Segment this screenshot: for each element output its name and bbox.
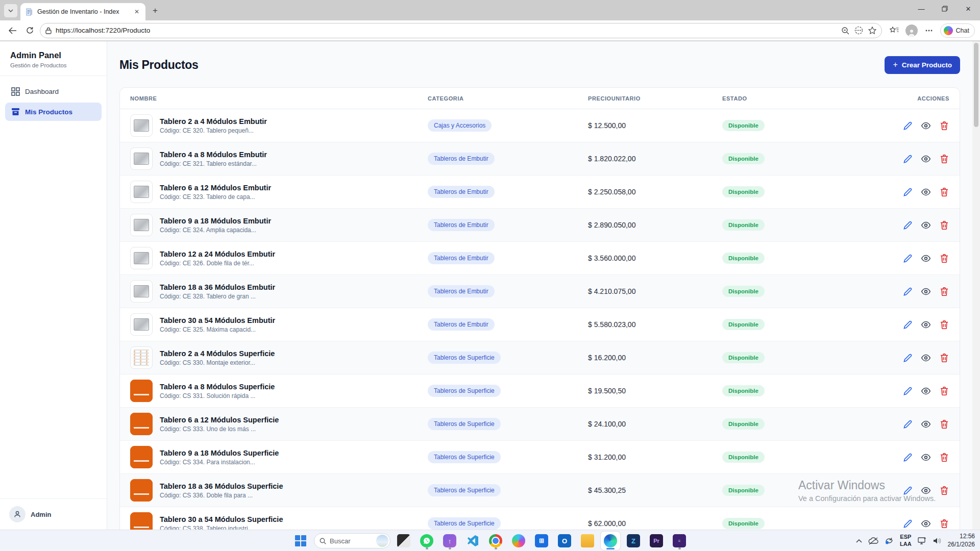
column-header-acciones: ACCIONES: [880, 95, 949, 102]
taskbar-item-whatsapp[interactable]: [417, 532, 436, 550]
scrollbar-thumb[interactable]: [974, 43, 978, 127]
table-row[interactable]: Tablero 2 a 4 Módulos Superficie Código:…: [120, 341, 960, 374]
task-view-button[interactable]: [394, 532, 413, 550]
create-product-button[interactable]: + Crear Producto: [885, 56, 960, 74]
edit-button[interactable]: [902, 485, 913, 495]
edit-button[interactable]: [902, 286, 913, 296]
taskbar-item-store[interactable]: ⊞: [532, 532, 551, 550]
language-indicator[interactable]: ESP LAA: [900, 534, 912, 548]
browser-tab-active[interactable]: Gestión de Inventario - Index ✕: [20, 3, 145, 20]
taskbar-item-purple-app[interactable]: ≡: [670, 532, 689, 550]
refresh-button[interactable]: [22, 23, 37, 38]
new-tab-button[interactable]: +: [149, 4, 162, 17]
view-button[interactable]: [921, 154, 931, 164]
table-row[interactable]: Tablero 9 a 18 Módulos Embutir Código: C…: [120, 209, 960, 242]
delete-button[interactable]: [939, 319, 949, 330]
edit-button[interactable]: [902, 253, 913, 263]
delete-button[interactable]: [939, 386, 949, 396]
delete-button[interactable]: [939, 419, 949, 429]
edit-button[interactable]: [902, 154, 913, 164]
window-close-button[interactable]: ✕: [957, 0, 980, 17]
volume-icon[interactable]: [933, 537, 942, 544]
edit-button[interactable]: [902, 120, 913, 131]
view-button[interactable]: [921, 253, 931, 263]
taskbar-item-chrome[interactable]: [486, 532, 505, 550]
view-button[interactable]: [921, 518, 931, 529]
taskbar-clock[interactable]: 12:56 26/1/2026: [948, 533, 975, 548]
table-row[interactable]: Tablero 4 a 8 Módulos Embutir Código: CE…: [120, 142, 960, 176]
edit-button[interactable]: [902, 220, 913, 230]
page-scrollbar[interactable]: [972, 41, 980, 530]
edit-button[interactable]: [902, 319, 913, 330]
delete-button[interactable]: [939, 154, 949, 164]
table-row[interactable]: Tablero 30 a 54 Módulos Embutir Código: …: [120, 308, 960, 341]
taskbar-item-loop[interactable]: ↑: [440, 532, 459, 550]
table-row[interactable]: Tablero 30 a 54 Módulos Superficie Códig…: [120, 507, 960, 530]
table-row[interactable]: Tablero 12 a 24 Módulos Embutir Código: …: [120, 242, 960, 275]
view-button[interactable]: [921, 286, 931, 296]
sidebar-item-mis-productos[interactable]: Mis Productos: [5, 103, 102, 121]
zoom-out-icon[interactable]: [841, 27, 849, 35]
view-button[interactable]: [921, 319, 931, 330]
table-row[interactable]: Tablero 6 a 12 Módulos Superficie Código…: [120, 408, 960, 441]
delete-button[interactable]: [939, 518, 949, 529]
edit-button[interactable]: [902, 386, 913, 396]
view-button[interactable]: [921, 120, 931, 131]
window-restore-button[interactable]: [933, 0, 957, 17]
delete-button[interactable]: [939, 286, 949, 296]
delete-button[interactable]: [939, 253, 949, 263]
copilot-chat-button[interactable]: Chat: [940, 23, 975, 38]
sync-icon[interactable]: [885, 537, 894, 545]
extensions-icon[interactable]: [854, 26, 863, 35]
network-icon[interactable]: [918, 537, 927, 545]
product-name: Tablero 6 a 12 Módulos Embutir: [160, 184, 271, 192]
address-bar[interactable]: https://localhost:7220/Producto: [40, 23, 882, 38]
table-row[interactable]: Tablero 9 a 18 Módulos Superficie Código…: [120, 441, 960, 474]
view-button[interactable]: [921, 485, 931, 495]
taskbar-item-stream[interactable]: Z: [624, 532, 643, 550]
profile-avatar[interactable]: [905, 24, 918, 37]
table-row[interactable]: Tablero 2 a 4 Módulos Embutir Código: CE…: [120, 109, 960, 142]
browser-menu-button[interactable]: [922, 23, 936, 38]
start-button[interactable]: [291, 532, 310, 550]
delete-button[interactable]: [939, 220, 949, 230]
edit-button[interactable]: [902, 353, 913, 363]
back-button[interactable]: [5, 23, 19, 38]
delete-button[interactable]: [939, 485, 949, 495]
view-button[interactable]: [921, 187, 931, 197]
delete-button[interactable]: [939, 353, 949, 363]
table-row[interactable]: Tablero 18 a 36 Módulos Superficie Códig…: [120, 474, 960, 507]
tray-chevron-up-icon[interactable]: [856, 539, 862, 543]
tab-search-button[interactable]: [4, 4, 17, 17]
delete-button[interactable]: [939, 120, 949, 131]
table-row[interactable]: Tablero 18 a 36 Módulos Embutir Código: …: [120, 275, 960, 308]
view-button[interactable]: [921, 353, 931, 363]
category-badge: Tableros de Embutir: [428, 252, 495, 264]
taskbar-item-explorer[interactable]: [578, 532, 597, 550]
view-button[interactable]: [921, 386, 931, 396]
delete-button[interactable]: [939, 452, 949, 462]
table-row[interactable]: Tablero 4 a 8 Módulos Superficie Código:…: [120, 374, 960, 408]
delete-button[interactable]: [939, 187, 949, 197]
taskbar-item-premiere[interactable]: Pr: [647, 532, 666, 550]
taskbar-item-outlook[interactable]: O: [555, 532, 574, 550]
sidebar-item-dashboard[interactable]: Dashboard: [5, 82, 102, 101]
taskbar-search[interactable]: Buscar: [314, 533, 390, 548]
window-minimize-button[interactable]: —: [910, 0, 933, 17]
favorite-star-icon[interactable]: [868, 27, 876, 34]
view-button[interactable]: [921, 220, 931, 230]
edit-button[interactable]: [902, 518, 913, 529]
edit-button[interactable]: [902, 187, 913, 197]
taskbar-item-edge[interactable]: [601, 532, 620, 550]
view-button[interactable]: [921, 419, 931, 429]
favorites-bar-icon[interactable]: [887, 23, 901, 38]
taskbar-item-vscode[interactable]: [463, 532, 482, 550]
table-row[interactable]: Tablero 6 a 12 Módulos Embutir Código: C…: [120, 176, 960, 209]
edit-button[interactable]: [902, 452, 913, 462]
view-button[interactable]: [921, 452, 931, 462]
sidebar-user[interactable]: Admin: [0, 498, 107, 530]
onedrive-paused-icon[interactable]: [868, 537, 878, 545]
tab-close-icon[interactable]: ✕: [132, 7, 141, 16]
edit-button[interactable]: [902, 419, 913, 429]
taskbar-item-copilot[interactable]: [509, 532, 528, 550]
